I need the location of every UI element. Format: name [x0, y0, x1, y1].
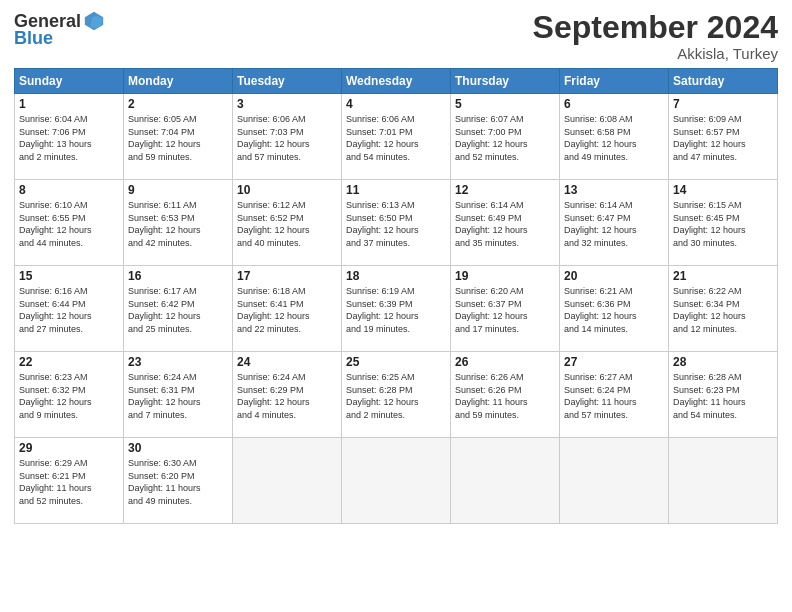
day-number: 22	[19, 355, 119, 369]
day-number: 30	[128, 441, 228, 455]
week-row-4: 29Sunrise: 6:29 AMSunset: 6:21 PMDayligh…	[15, 438, 778, 524]
day-number: 7	[673, 97, 773, 111]
cell-content: Sunrise: 6:22 AMSunset: 6:34 PMDaylight:…	[673, 285, 773, 335]
day-number: 5	[455, 97, 555, 111]
cell-content: Sunrise: 6:07 AMSunset: 7:00 PMDaylight:…	[455, 113, 555, 163]
day-number: 1	[19, 97, 119, 111]
calendar-cell: 7Sunrise: 6:09 AMSunset: 6:57 PMDaylight…	[669, 94, 778, 180]
cell-content: Sunrise: 6:11 AMSunset: 6:53 PMDaylight:…	[128, 199, 228, 249]
week-row-3: 22Sunrise: 6:23 AMSunset: 6:32 PMDayligh…	[15, 352, 778, 438]
calendar-cell: 11Sunrise: 6:13 AMSunset: 6:50 PMDayligh…	[342, 180, 451, 266]
cell-content: Sunrise: 6:17 AMSunset: 6:42 PMDaylight:…	[128, 285, 228, 335]
day-number: 16	[128, 269, 228, 283]
day-number: 25	[346, 355, 446, 369]
calendar-cell	[451, 438, 560, 524]
calendar-cell: 12Sunrise: 6:14 AMSunset: 6:49 PMDayligh…	[451, 180, 560, 266]
calendar-cell: 10Sunrise: 6:12 AMSunset: 6:52 PMDayligh…	[233, 180, 342, 266]
day-number: 3	[237, 97, 337, 111]
calendar-cell: 5Sunrise: 6:07 AMSunset: 7:00 PMDaylight…	[451, 94, 560, 180]
cell-content: Sunrise: 6:05 AMSunset: 7:04 PMDaylight:…	[128, 113, 228, 163]
calendar-header-row: SundayMondayTuesdayWednesdayThursdayFrid…	[15, 69, 778, 94]
day-number: 4	[346, 97, 446, 111]
month-title: September 2024	[533, 10, 778, 45]
cell-content: Sunrise: 6:15 AMSunset: 6:45 PMDaylight:…	[673, 199, 773, 249]
day-number: 26	[455, 355, 555, 369]
calendar-cell	[342, 438, 451, 524]
day-number: 8	[19, 183, 119, 197]
calendar-cell: 4Sunrise: 6:06 AMSunset: 7:01 PMDaylight…	[342, 94, 451, 180]
day-number: 17	[237, 269, 337, 283]
cell-content: Sunrise: 6:18 AMSunset: 6:41 PMDaylight:…	[237, 285, 337, 335]
calendar-cell: 24Sunrise: 6:24 AMSunset: 6:29 PMDayligh…	[233, 352, 342, 438]
calendar-cell: 13Sunrise: 6:14 AMSunset: 6:47 PMDayligh…	[560, 180, 669, 266]
day-number: 29	[19, 441, 119, 455]
cell-content: Sunrise: 6:26 AMSunset: 6:26 PMDaylight:…	[455, 371, 555, 421]
day-number: 10	[237, 183, 337, 197]
calendar-cell: 26Sunrise: 6:26 AMSunset: 6:26 PMDayligh…	[451, 352, 560, 438]
calendar-cell: 2Sunrise: 6:05 AMSunset: 7:04 PMDaylight…	[124, 94, 233, 180]
calendar-cell: 27Sunrise: 6:27 AMSunset: 6:24 PMDayligh…	[560, 352, 669, 438]
cell-content: Sunrise: 6:10 AMSunset: 6:55 PMDaylight:…	[19, 199, 119, 249]
cell-content: Sunrise: 6:19 AMSunset: 6:39 PMDaylight:…	[346, 285, 446, 335]
calendar-cell: 6Sunrise: 6:08 AMSunset: 6:58 PMDaylight…	[560, 94, 669, 180]
day-number: 27	[564, 355, 664, 369]
calendar-cell: 3Sunrise: 6:06 AMSunset: 7:03 PMDaylight…	[233, 94, 342, 180]
cell-content: Sunrise: 6:08 AMSunset: 6:58 PMDaylight:…	[564, 113, 664, 163]
week-row-2: 15Sunrise: 6:16 AMSunset: 6:44 PMDayligh…	[15, 266, 778, 352]
day-header-monday: Monday	[124, 69, 233, 94]
cell-content: Sunrise: 6:28 AMSunset: 6:23 PMDaylight:…	[673, 371, 773, 421]
logo-blue: Blue	[14, 28, 53, 49]
calendar-cell: 8Sunrise: 6:10 AMSunset: 6:55 PMDaylight…	[15, 180, 124, 266]
calendar-cell: 9Sunrise: 6:11 AMSunset: 6:53 PMDaylight…	[124, 180, 233, 266]
cell-content: Sunrise: 6:20 AMSunset: 6:37 PMDaylight:…	[455, 285, 555, 335]
cell-content: Sunrise: 6:09 AMSunset: 6:57 PMDaylight:…	[673, 113, 773, 163]
cell-content: Sunrise: 6:06 AMSunset: 7:01 PMDaylight:…	[346, 113, 446, 163]
day-number: 23	[128, 355, 228, 369]
calendar-cell: 20Sunrise: 6:21 AMSunset: 6:36 PMDayligh…	[560, 266, 669, 352]
week-row-0: 1Sunrise: 6:04 AMSunset: 7:06 PMDaylight…	[15, 94, 778, 180]
calendar-cell: 17Sunrise: 6:18 AMSunset: 6:41 PMDayligh…	[233, 266, 342, 352]
calendar: SundayMondayTuesdayWednesdayThursdayFrid…	[14, 68, 778, 524]
day-number: 12	[455, 183, 555, 197]
day-number: 6	[564, 97, 664, 111]
day-number: 2	[128, 97, 228, 111]
calendar-cell: 28Sunrise: 6:28 AMSunset: 6:23 PMDayligh…	[669, 352, 778, 438]
calendar-cell: 21Sunrise: 6:22 AMSunset: 6:34 PMDayligh…	[669, 266, 778, 352]
day-number: 15	[19, 269, 119, 283]
day-header-saturday: Saturday	[669, 69, 778, 94]
day-number: 11	[346, 183, 446, 197]
cell-content: Sunrise: 6:16 AMSunset: 6:44 PMDaylight:…	[19, 285, 119, 335]
title-section: September 2024 Akkisla, Turkey	[533, 10, 778, 62]
calendar-cell: 19Sunrise: 6:20 AMSunset: 6:37 PMDayligh…	[451, 266, 560, 352]
day-header-friday: Friday	[560, 69, 669, 94]
calendar-cell	[560, 438, 669, 524]
calendar-cell: 29Sunrise: 6:29 AMSunset: 6:21 PMDayligh…	[15, 438, 124, 524]
calendar-cell	[233, 438, 342, 524]
day-number: 19	[455, 269, 555, 283]
calendar-cell	[669, 438, 778, 524]
day-number: 18	[346, 269, 446, 283]
cell-content: Sunrise: 6:12 AMSunset: 6:52 PMDaylight:…	[237, 199, 337, 249]
calendar-cell: 14Sunrise: 6:15 AMSunset: 6:45 PMDayligh…	[669, 180, 778, 266]
day-header-thursday: Thursday	[451, 69, 560, 94]
day-header-tuesday: Tuesday	[233, 69, 342, 94]
calendar-cell: 23Sunrise: 6:24 AMSunset: 6:31 PMDayligh…	[124, 352, 233, 438]
cell-content: Sunrise: 6:06 AMSunset: 7:03 PMDaylight:…	[237, 113, 337, 163]
calendar-cell: 1Sunrise: 6:04 AMSunset: 7:06 PMDaylight…	[15, 94, 124, 180]
logo-icon	[83, 10, 105, 32]
cell-content: Sunrise: 6:13 AMSunset: 6:50 PMDaylight:…	[346, 199, 446, 249]
cell-content: Sunrise: 6:21 AMSunset: 6:36 PMDaylight:…	[564, 285, 664, 335]
day-number: 9	[128, 183, 228, 197]
day-header-sunday: Sunday	[15, 69, 124, 94]
day-number: 28	[673, 355, 773, 369]
cell-content: Sunrise: 6:14 AMSunset: 6:47 PMDaylight:…	[564, 199, 664, 249]
day-number: 14	[673, 183, 773, 197]
cell-content: Sunrise: 6:24 AMSunset: 6:29 PMDaylight:…	[237, 371, 337, 421]
day-number: 20	[564, 269, 664, 283]
day-number: 24	[237, 355, 337, 369]
calendar-cell: 18Sunrise: 6:19 AMSunset: 6:39 PMDayligh…	[342, 266, 451, 352]
location: Akkisla, Turkey	[533, 45, 778, 62]
day-number: 21	[673, 269, 773, 283]
calendar-cell: 22Sunrise: 6:23 AMSunset: 6:32 PMDayligh…	[15, 352, 124, 438]
cell-content: Sunrise: 6:14 AMSunset: 6:49 PMDaylight:…	[455, 199, 555, 249]
